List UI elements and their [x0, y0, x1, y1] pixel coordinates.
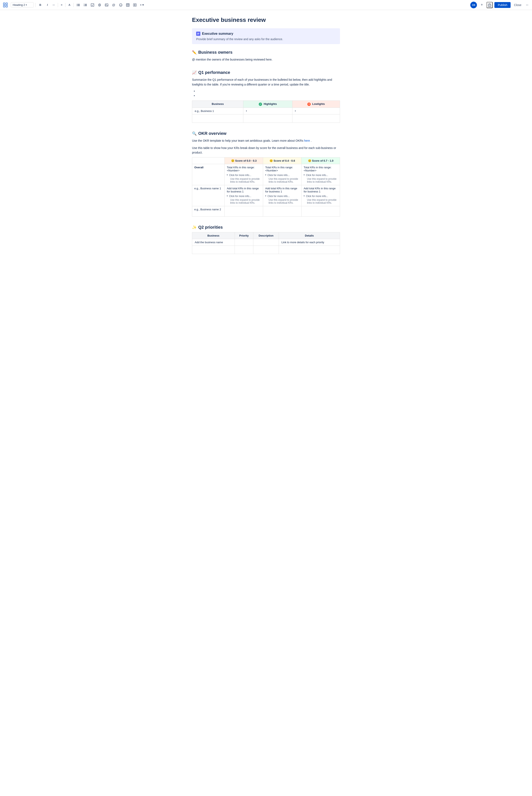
numbered-list-button[interactable]: 1.2.3. — [82, 2, 89, 8]
th-q2-details: Details — [279, 232, 340, 239]
more-format-button[interactable]: ··· — [51, 2, 56, 8]
app-logo[interactable] — [2, 2, 8, 8]
expand-label[interactable]: Click for more info... — [267, 174, 290, 177]
bullet-list-button[interactable] — [75, 2, 81, 8]
close-button[interactable]: Close — [512, 2, 523, 7]
svg-point-19 — [121, 4, 121, 5]
chevron-icon[interactable]: ▾ — [227, 195, 228, 197]
cell-q2-empty-1 — [192, 246, 235, 254]
image-button[interactable] — [103, 2, 110, 8]
q1-heading: 📈 Q1 performance — [192, 70, 340, 75]
okr-biz1-mid: Add total KRs in this range for business… — [263, 185, 302, 206]
italic-button[interactable]: I — [44, 2, 51, 8]
layout-button[interactable] — [132, 2, 138, 8]
check-icon: ✓ — [259, 103, 262, 106]
svg-point-17 — [119, 3, 122, 6]
okr-header-row: 😟 Score of 0.0 - 0.3 😐 Score of 0.4 - 0.… — [192, 158, 340, 164]
okr-intro-text: Use the OKR template to help your team s… — [192, 139, 303, 142]
okr-biz2-high — [302, 206, 340, 217]
more-options-button[interactable]: ··· — [525, 2, 530, 8]
expand-label[interactable]: Click for more info... — [267, 195, 290, 198]
okr-label-biz2: e.g., Business name 2 — [192, 206, 225, 217]
content-area: Executive business review Executive summ… — [187, 10, 345, 279]
table-row — [192, 246, 340, 254]
expand-subtext: Use this expand to provide links to indi… — [227, 198, 261, 204]
expand-subtext: Use this expand to provide links to indi… — [227, 178, 261, 183]
cell-empty-1 — [192, 114, 243, 123]
okr-overall-mid: Total KRs in this range: <Number> ▾ Clic… — [263, 164, 302, 185]
expand-label[interactable]: Click for more info... — [229, 174, 251, 177]
table-row — [192, 114, 340, 123]
align-button[interactable]: ≡ — [60, 2, 64, 8]
svg-rect-7 — [78, 6, 80, 6]
chevron-down-icon: ▾ — [26, 4, 27, 6]
chevron-icon[interactable]: ▾ — [227, 174, 228, 176]
expand-label[interactable]: Click for more info... — [306, 195, 328, 198]
svg-point-6 — [77, 5, 77, 6]
svg-point-2 — [77, 4, 77, 4]
more-insert-button[interactable]: + ▾ — [139, 2, 145, 8]
table-button[interactable] — [125, 2, 131, 8]
list-item — [197, 89, 340, 93]
okr-expand-row: ▾ Click for more info... — [265, 195, 299, 198]
th-lowlights: ✕ Lowlights — [292, 101, 340, 108]
color-button[interactable]: A — [67, 2, 72, 8]
svg-rect-13 — [85, 6, 87, 6]
callout-icon — [196, 32, 200, 36]
okr-main-text: Add total KRs in this range for business… — [265, 187, 299, 193]
expand-label[interactable]: Click for more info... — [229, 195, 251, 198]
cell-q2-empty-2 — [235, 246, 253, 254]
emoji-button[interactable] — [118, 2, 124, 8]
bold-button[interactable]: B — [37, 2, 43, 8]
page-title[interactable]: Executive business review — [192, 17, 340, 23]
okr-expand-row: ▾ Click for more info... — [304, 174, 338, 177]
separator-3 — [65, 3, 65, 7]
task-button[interactable] — [89, 2, 96, 8]
toolbar-right: CK + Publish Close ··· — [470, 2, 530, 8]
q2-emoji: ✨ — [192, 225, 196, 230]
list-item — [197, 94, 340, 97]
okr-th-mid: 😐 Score of 0.4 - 0.6 — [263, 158, 302, 164]
link-button[interactable] — [96, 2, 103, 8]
table-row: e.g., Business 1 • • — [192, 108, 340, 114]
okr-intro: Use the OKR template to help your team s… — [192, 138, 340, 143]
okr-intro-end: . — [311, 139, 311, 142]
okr-overall-row: Overall Total KRs in this range: <Number… — [192, 164, 340, 185]
expand-subtext: Use this expand to provide links to indi… — [304, 178, 338, 183]
q1-table: Business ✓ Highlights ✕ Lowlights e.g., … — [192, 101, 340, 123]
svg-rect-3 — [78, 4, 80, 4]
svg-rect-11 — [85, 5, 87, 5]
okr-th-empty — [192, 158, 225, 164]
okr-biz1-low: Add total KRs in this range for business… — [225, 185, 263, 206]
callout-title: Executive summary — [196, 32, 336, 36]
cell-lowlights: • — [292, 108, 340, 114]
svg-point-18 — [120, 4, 120, 5]
okr-biz2-low — [225, 206, 263, 217]
mention-button[interactable]: @ — [111, 2, 117, 8]
okr-overview-section: 🔍 OKR overview Use the OKR template to h… — [192, 131, 340, 217]
chevron-icon[interactable]: ▾ — [304, 195, 305, 197]
table-row: Add the business name Link to more detai… — [192, 239, 340, 246]
q1-body: Summarize the Q1 performance of each of … — [192, 77, 340, 87]
okr-main-text: Total KRs in this range: <Number> — [265, 166, 299, 172]
heading-selector[interactable]: Heading 2 ▾ — [11, 2, 34, 7]
chevron-icon[interactable]: ▾ — [304, 174, 305, 176]
svg-rect-15 — [105, 4, 108, 6]
lock-button[interactable] — [487, 2, 493, 8]
okr-heading: 🔍 OKR overview — [192, 131, 340, 136]
chevron-icon[interactable]: ▾ — [265, 195, 266, 197]
cell-q2-business: Add the business name — [192, 239, 235, 246]
chevron-icon[interactable]: ▾ — [265, 174, 266, 176]
okr-link[interactable]: here — [304, 139, 310, 142]
business-owners-heading: ✏️ Business owners — [192, 50, 340, 55]
publish-button[interactable]: Publish — [494, 2, 511, 8]
add-collaborator-button[interactable]: + — [479, 2, 485, 8]
expand-label[interactable]: Click for more info... — [306, 174, 328, 177]
okr-th-high: 😊 Score of 0.7 - 1.0 — [302, 158, 340, 164]
avatar[interactable]: CK — [470, 2, 477, 8]
cell-q2-empty-3 — [253, 246, 279, 254]
business-owners-body: @ mention the owners of the businesses b… — [192, 57, 340, 62]
q1-heading-text: Q1 performance — [198, 70, 230, 75]
okr-main-text: Add total KRs in this range for business… — [227, 187, 261, 193]
okr-expand-row: ▾ Click for more info... — [227, 195, 261, 198]
